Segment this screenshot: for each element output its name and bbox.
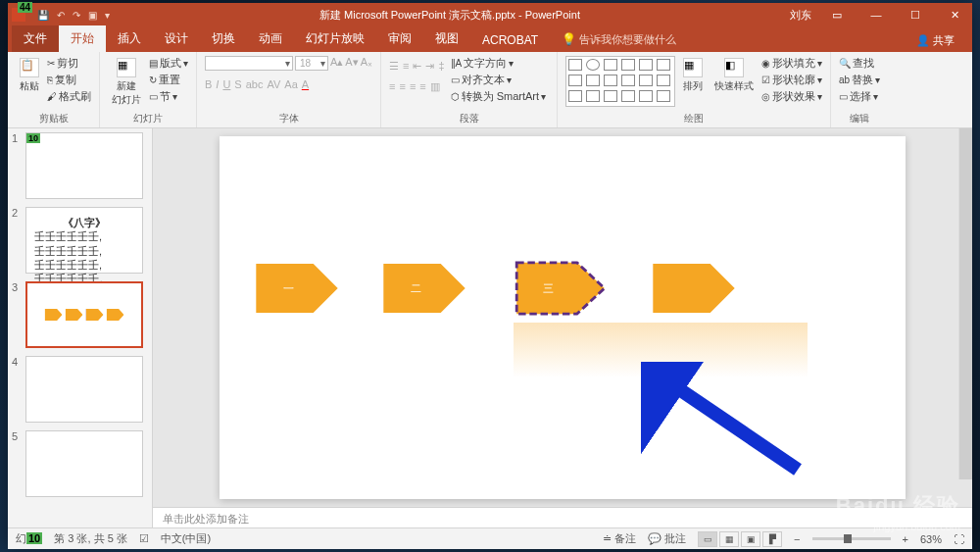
share-button[interactable]: 👤 共享 xyxy=(908,29,962,52)
shape-arrow-2[interactable] xyxy=(381,264,467,313)
save-icon[interactable]: 💾 xyxy=(37,10,49,21)
find-button[interactable]: 🔍 查找 xyxy=(839,56,880,71)
notes-toggle[interactable]: ≐ 备注 xyxy=(603,531,636,546)
thumb-number: 3 xyxy=(12,281,22,348)
group-label: 绘图 xyxy=(565,112,822,125)
tab-transitions[interactable]: 切换 xyxy=(200,25,247,52)
case-button[interactable]: Aa xyxy=(284,78,297,90)
normal-view-button[interactable]: ▭ xyxy=(698,531,717,547)
line-spacing-icon[interactable]: ‡ xyxy=(438,60,444,73)
shape-arrow-3-selected[interactable] xyxy=(514,261,608,316)
shape-outline-button[interactable]: ☑ 形状轮廓 ▾ xyxy=(761,73,822,87)
cut-button[interactable]: ✂ 剪切 xyxy=(47,56,91,71)
slide-thumbnail-1[interactable]: 10 xyxy=(25,132,143,199)
arrange-icon: ▦ xyxy=(683,58,703,77)
slide-counter[interactable]: 第 3 张, 共 5 张 xyxy=(54,531,127,546)
columns-icon[interactable]: ▥ xyxy=(430,80,440,93)
redo-icon[interactable]: ↷ xyxy=(73,10,80,21)
tell-me-search[interactable]: 💡 告诉我你想要做什么 xyxy=(550,27,688,52)
layout-button[interactable]: ▤ 版式 ▾ xyxy=(149,56,188,71)
align-text-button[interactable]: ▭ 对齐文本 ▾ xyxy=(451,73,546,87)
group-clipboard: 📋 粘贴 ✂ 剪切 ⎘ 复制 🖌 格式刷 剪贴板 xyxy=(8,52,100,127)
sorter-view-button[interactable]: ▦ xyxy=(719,531,739,547)
tab-view[interactable]: 视图 xyxy=(423,25,470,52)
ribbon-options-icon[interactable]: ▭ xyxy=(823,5,851,25)
underline-button[interactable]: U xyxy=(222,78,230,90)
minimize-button[interactable]: — xyxy=(862,5,890,25)
paste-button[interactable]: 📋 粘贴 xyxy=(16,56,43,95)
spacing-button[interactable]: AV xyxy=(267,78,280,90)
format-painter-button[interactable]: 🖌 格式刷 xyxy=(47,89,91,104)
outdent-icon[interactable]: ⇤ xyxy=(413,60,421,73)
user-name[interactable]: 刘东 xyxy=(790,8,811,23)
zoom-level[interactable]: 63% xyxy=(920,533,942,545)
tab-review[interactable]: 审阅 xyxy=(376,25,423,52)
bold-button[interactable]: B xyxy=(205,78,212,90)
reading-view-button[interactable]: ▣ xyxy=(741,531,760,547)
shape-effects-button[interactable]: ◎ 形状效果 ▾ xyxy=(761,89,822,104)
new-slide-button[interactable]: ▦ 新建 幻灯片 xyxy=(108,56,145,109)
group-paragraph: ☰ ≡ ⇤ ⇥ ‡ ≡ ≡ ≡ ≡ ▥ ‖A 文字方向 ▾ xyxy=(381,52,558,127)
tab-file[interactable]: 文件 xyxy=(12,25,59,52)
zoom-in-button[interactable]: + xyxy=(903,533,908,545)
align-center-icon[interactable]: ≡ xyxy=(399,80,405,93)
shape-arrow-4[interactable] xyxy=(651,264,737,313)
italic-button[interactable]: I xyxy=(216,78,219,90)
annotation-arrow xyxy=(641,362,817,479)
vertical-scrollbar[interactable] xyxy=(958,128,972,479)
counter-badge: 44 xyxy=(18,2,32,13)
start-icon[interactable]: ▣ xyxy=(88,10,97,21)
undo-icon[interactable]: ↶ xyxy=(57,10,65,21)
grow-font-icon[interactable]: A▴ xyxy=(330,56,343,71)
slide-canvas[interactable]: 一 二 三 xyxy=(220,136,906,499)
new-slide-icon: ▦ xyxy=(117,58,136,77)
comments-toggle[interactable]: 💬 批注 xyxy=(648,531,686,546)
strike-button[interactable]: S xyxy=(234,78,241,90)
reset-button[interactable]: ↻ 重置 xyxy=(149,73,188,87)
section-button[interactable]: ▭ 节 ▾ xyxy=(149,89,188,104)
align-left-icon[interactable]: ≡ xyxy=(389,80,395,93)
zoom-out-button[interactable]: − xyxy=(794,533,800,545)
zoom-slider[interactable] xyxy=(812,537,891,540)
shapes-gallery[interactable] xyxy=(565,56,675,107)
tab-slideshow[interactable]: 幻灯片放映 xyxy=(294,25,376,52)
tab-design[interactable]: 设计 xyxy=(153,25,200,52)
slide-thumbnail-3[interactable] xyxy=(25,281,143,348)
tab-acrobat[interactable]: ACROBAT xyxy=(470,28,550,52)
font-color-button[interactable]: A xyxy=(302,78,309,90)
bullets-icon[interactable]: ☰ xyxy=(389,60,399,73)
indent-icon[interactable]: ⇥ xyxy=(425,60,434,73)
group-editing: 🔍 查找 ab 替换 ▾ ▭ 选择 ▾ 编辑 xyxy=(831,52,888,127)
shadow-button[interactable]: abc xyxy=(246,78,264,90)
replace-button[interactable]: ab 替换 ▾ xyxy=(839,73,880,87)
shape-arrow-1[interactable] xyxy=(254,264,340,313)
tab-insert[interactable]: 插入 xyxy=(106,25,153,52)
text-direction-button[interactable]: ‖A 文字方向 ▾ xyxy=(451,56,546,71)
spellcheck-icon[interactable]: ☑ xyxy=(139,532,149,545)
tab-home[interactable]: 开始 xyxy=(59,25,106,52)
select-button[interactable]: ▭ 选择 ▾ xyxy=(839,89,880,104)
maximize-button[interactable]: ☐ xyxy=(902,5,929,25)
slide-thumbnail-5[interactable] xyxy=(25,430,143,497)
justify-icon[interactable]: ≡ xyxy=(419,80,425,93)
quick-styles-button[interactable]: ◧快速样式 xyxy=(710,56,758,95)
slideshow-view-button[interactable]: ▛ xyxy=(762,531,782,547)
slides-panel[interactable]: 1 10 2 《八字》 壬壬壬壬壬壬, 壬壬壬壬壬壬, 壬壬壬壬壬壬, 壬壬壬壬… xyxy=(8,128,153,527)
font-size-combo[interactable]: 18 xyxy=(295,56,328,71)
align-right-icon[interactable]: ≡ xyxy=(410,80,416,93)
font-family-combo[interactable] xyxy=(205,56,293,71)
tab-animations[interactable]: 动画 xyxy=(247,25,294,52)
smartart-button[interactable]: ⬡ 转换为 SmartArt ▾ xyxy=(451,89,546,104)
group-drawing: ▦排列 ◧快速样式 ◉ 形状填充 ▾ ☑ 形状轮廓 ▾ ◎ 形状效果 ▾ 绘图 xyxy=(558,52,831,127)
slide-thumbnail-2[interactable]: 《八字》 壬壬壬壬壬壬, 壬壬壬壬壬壬, 壬壬壬壬壬壬, 壬壬壬壬壬壬。 xyxy=(25,207,143,274)
close-button[interactable]: ✕ xyxy=(941,5,968,25)
fit-window-button[interactable]: ⛶ xyxy=(954,533,964,545)
slide-thumbnail-4[interactable] xyxy=(25,356,143,423)
shape-fill-button[interactable]: ◉ 形状填充 ▾ xyxy=(761,56,822,71)
clear-format-icon[interactable]: Aₓ xyxy=(361,56,372,71)
shrink-font-icon[interactable]: A▾ xyxy=(345,56,358,71)
numbering-icon[interactable]: ≡ xyxy=(403,60,409,73)
arrange-button[interactable]: ▦排列 xyxy=(679,56,707,95)
language-indicator[interactable]: 中文(中国) xyxy=(161,531,211,546)
copy-button[interactable]: ⎘ 复制 xyxy=(47,73,91,87)
